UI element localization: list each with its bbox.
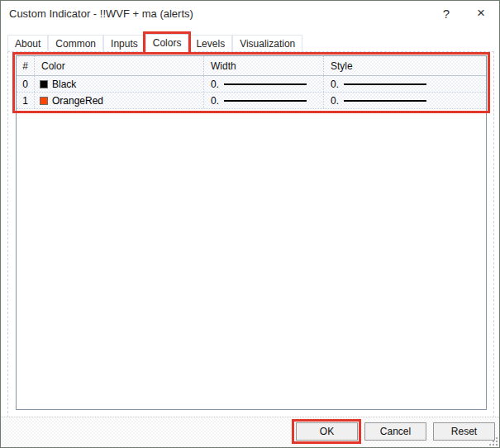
width-value: 0. <box>211 79 219 90</box>
row-index: 1 <box>17 93 35 108</box>
color-name: OrangeRed <box>52 95 103 107</box>
header-index: # <box>17 56 35 75</box>
width-cell: 0. <box>204 93 324 108</box>
style-cell: 0. <box>324 93 486 108</box>
style-cell: 0. <box>324 76 486 92</box>
colors-table: # Color Width Style 0 Black 0. 0. 1 <box>16 55 487 410</box>
header-style: Style <box>324 56 486 75</box>
color-cell: Black <box>35 76 204 92</box>
row-index: 0 <box>17 76 35 92</box>
style-value: 0. <box>331 95 339 107</box>
tab-strip: About Common Inputs Colors Levels Visual… <box>7 34 302 52</box>
reset-button[interactable]: Reset <box>433 422 495 441</box>
width-line-preview <box>224 100 307 102</box>
style-line-preview <box>344 100 426 102</box>
tab-common[interactable]: Common <box>48 35 103 52</box>
width-line-preview <box>224 83 307 85</box>
width-cell: 0. <box>204 76 324 92</box>
ok-button[interactable]: OK <box>296 422 358 441</box>
width-value: 0. <box>211 95 219 107</box>
close-icon[interactable]: × <box>469 3 493 23</box>
header-width: Width <box>204 56 324 75</box>
tab-inputs[interactable]: Inputs <box>103 35 145 52</box>
table-row[interactable]: 0 Black 0. 0. <box>17 76 486 93</box>
color-swatch-orangered <box>40 97 48 105</box>
tab-colors[interactable]: Colors <box>145 34 189 52</box>
color-name: Black <box>52 79 76 90</box>
title-bar[interactable]: Custom Indicator - !!WVF + ma (alerts) ?… <box>1 1 499 27</box>
tab-about[interactable]: About <box>7 35 48 52</box>
style-line-preview <box>344 83 426 85</box>
tab-levels[interactable]: Levels <box>188 35 232 52</box>
table-row[interactable]: 1 OrangeRed 0. 0. <box>17 93 486 109</box>
color-swatch-black <box>40 80 48 88</box>
custom-indicator-dialog: Custom Indicator - !!WVF + ma (alerts) ?… <box>0 0 500 448</box>
style-value: 0. <box>331 79 339 90</box>
tab-visualization[interactable]: Visualization <box>232 35 302 52</box>
header-color: Color <box>35 56 204 75</box>
table-header-row: # Color Width Style <box>17 56 486 76</box>
color-cell: OrangeRed <box>35 93 204 108</box>
cancel-button[interactable]: Cancel <box>364 422 426 441</box>
dialog-title: Custom Indicator - !!WVF + ma (alerts) <box>9 7 193 20</box>
help-icon[interactable]: ? <box>434 3 459 23</box>
